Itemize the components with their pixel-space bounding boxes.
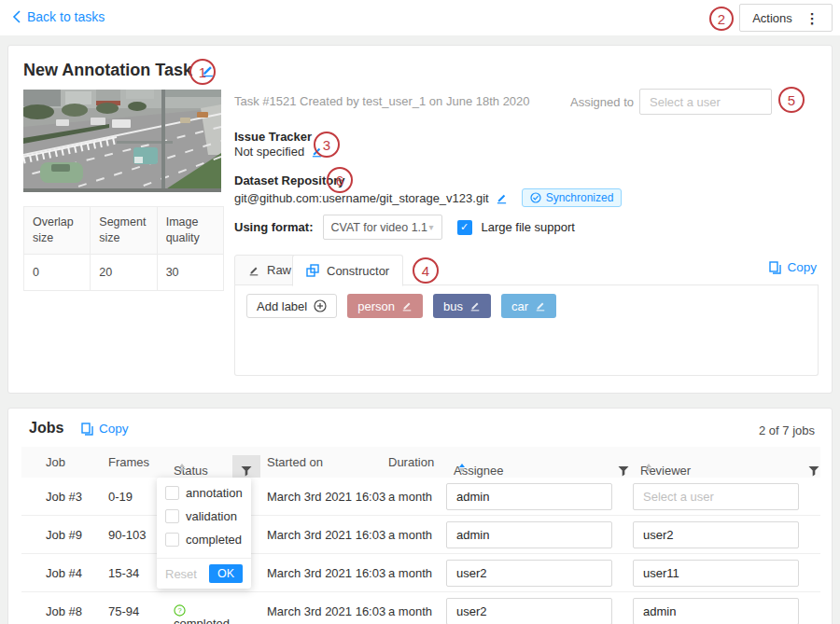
chevron-left-icon	[12, 10, 21, 23]
annotation-circle-1: 1	[189, 59, 216, 85]
reviewer-input[interactable]	[633, 521, 799, 548]
label-chip-person[interactable]: person	[347, 294, 423, 318]
task-meta: Task #1521 Created by test_user_1 on Jun…	[234, 94, 530, 108]
checkbox-completed[interactable]	[165, 533, 179, 547]
synchronized-badge-label: Synchronized	[546, 191, 614, 204]
job-link[interactable]: Job #9	[46, 528, 82, 542]
synchronized-badge: Synchronized	[522, 188, 623, 207]
job-link[interactable]: Job #3	[46, 490, 82, 504]
annotation-circle-5: 5	[778, 87, 805, 113]
filter-option-validation[interactable]: validation	[165, 509, 243, 523]
filter-option-completed[interactable]: completed	[165, 533, 243, 547]
task-preview-image	[23, 90, 221, 192]
duration-cell: a month	[388, 566, 432, 580]
status-filter-dropdown: annotation validation completed Reset OK	[157, 478, 251, 589]
add-label-text: Add label	[257, 299, 307, 313]
checkbox-annotation[interactable]	[165, 486, 179, 500]
frames-cell: 75-94	[108, 604, 139, 618]
more-vertical-icon: ⋮	[805, 11, 819, 25]
issue-tracker-text: Not specified	[234, 145, 304, 159]
label-constructor-panel: Add label person bus car	[234, 285, 819, 376]
filter-ok-button[interactable]: OK	[209, 564, 243, 583]
param-value-segment: 20	[91, 254, 157, 290]
table-row: Job #8 75-94 completed ? March 3rd 2021 …	[21, 592, 820, 624]
task-details-page: Back to tasks Actions ⋮ New Annotation T…	[0, 0, 840, 624]
tab-constructor-label: Constructor	[327, 264, 389, 278]
status-text: completed	[174, 617, 230, 624]
checkbox-validation[interactable]	[165, 509, 179, 523]
param-value-quality: 30	[157, 254, 223, 290]
format-select[interactable]: CVAT for video 1.1 ▾	[323, 215, 442, 240]
task-card: New Annotation Task	[7, 45, 833, 394]
jobs-title: Jobs	[29, 420, 63, 437]
format-select-value: CVAT for video 1.1	[331, 221, 428, 234]
labels-tabbar: Raw Constructor Copy	[234, 255, 819, 285]
labels-copy-button[interactable]: Copy	[769, 260, 817, 274]
col-duration: Duration	[388, 455, 434, 469]
assignee-input[interactable]	[446, 521, 612, 548]
tab-constructor[interactable]: Constructor	[292, 255, 403, 286]
task-title-text: New Annotation Task	[23, 61, 192, 80]
actions-button[interactable]: Actions ⋮	[739, 4, 833, 32]
label-chip-car[interactable]: car	[501, 294, 556, 318]
param-header-quality: Image quality	[157, 207, 223, 255]
repository-url-text: git@github.com:username/git_storage_v123…	[234, 191, 489, 205]
add-label-button[interactable]: Add label	[246, 294, 337, 318]
param-header-segment: Segment size	[91, 207, 157, 255]
assignee-input[interactable]	[446, 598, 612, 624]
issue-tracker-value: Not specified	[234, 145, 323, 159]
assignee-input[interactable]	[446, 560, 612, 587]
annotation-circle-4: 4	[413, 257, 439, 284]
block-icon	[306, 264, 319, 277]
duration-cell: a month	[388, 490, 432, 504]
label-chip-car-text: car	[511, 299, 528, 313]
started-cell: March 3rd 2021 16:03	[267, 604, 385, 618]
job-link[interactable]: Job #8	[46, 604, 82, 618]
col-started: Started on	[267, 455, 323, 469]
jobs-count: 2 of 7 jobs	[759, 423, 815, 437]
large-file-checkbox[interactable]: ✓	[457, 220, 472, 235]
status-cell: completed ?	[174, 604, 186, 617]
param-header-overlap: Overlap size	[24, 207, 91, 255]
sort-reviewer-icon[interactable]	[646, 464, 651, 472]
check-circle-icon	[530, 192, 541, 203]
reviewer-input[interactable]	[633, 483, 799, 510]
table-row: Job #9 90-103 March 3rd 2021 16:03 a mon…	[21, 516, 820, 554]
sort-status-icon[interactable]	[179, 464, 185, 472]
large-file-label: Large file support	[482, 220, 575, 234]
tab-raw-label: Raw	[267, 263, 291, 277]
sort-assignee-icon[interactable]	[459, 464, 465, 472]
annotation-circle-6: 6	[327, 167, 353, 193]
job-link[interactable]: Job #4	[46, 566, 82, 580]
filter-reset-button[interactable]: Reset	[165, 567, 197, 581]
jobs-copy-button[interactable]: Copy	[81, 422, 129, 436]
labels-copy-label: Copy	[787, 260, 817, 274]
col-job: Job	[46, 455, 65, 469]
assignee-input[interactable]	[446, 483, 612, 510]
table-row: Job #4 15-34 March 3rd 2021 16:03 a mont…	[21, 554, 820, 592]
annotation-circle-2: 2	[709, 7, 734, 31]
jobs-card: Jobs Copy 2 of 7 jobs Job Frames Status …	[7, 408, 833, 624]
back-to-tasks-link[interactable]: Back to tasks	[12, 9, 105, 24]
filter-option-annotation[interactable]: annotation	[165, 486, 243, 500]
edit-label-icon[interactable]	[401, 300, 413, 312]
reviewer-input[interactable]	[633, 598, 799, 624]
started-cell: March 3rd 2021 16:03	[267, 528, 385, 542]
duration-cell: a month	[388, 604, 432, 618]
back-link-label: Back to tasks	[27, 9, 105, 24]
dataset-repository-value: git@github.com:username/git_storage_v123…	[234, 188, 622, 207]
edit-repository-icon[interactable]	[496, 192, 508, 204]
filter-option-label: completed	[186, 533, 242, 547]
reviewer-input[interactable]	[633, 560, 799, 587]
copy-icon	[81, 423, 93, 436]
label-chip-bus[interactable]: bus	[433, 294, 491, 318]
question-circle-icon[interactable]: ?	[174, 604, 186, 617]
assigned-to-input[interactable]	[639, 89, 772, 115]
edit-label-icon[interactable]	[535, 300, 546, 312]
jobs-copy-label: Copy	[99, 422, 129, 436]
param-value-overlap: 0	[24, 254, 91, 290]
pencil-icon	[248, 265, 259, 276]
edit-label-icon[interactable]	[469, 300, 481, 312]
filter-option-label: validation	[186, 509, 237, 523]
started-cell: March 3rd 2021 16:03	[267, 566, 385, 580]
